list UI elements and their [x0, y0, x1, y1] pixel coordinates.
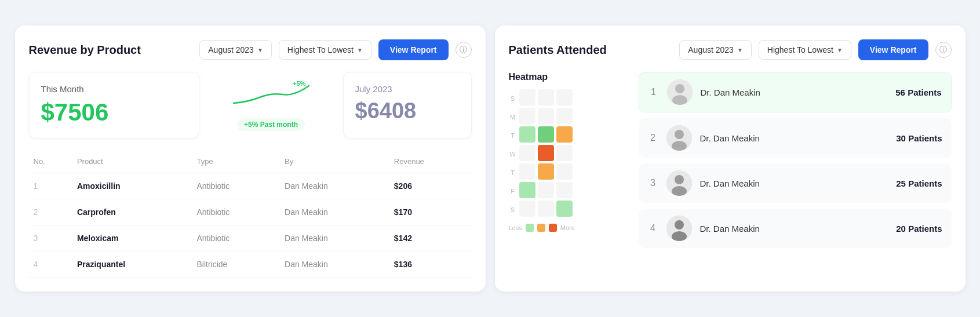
patient-name: Dr. Dan Meakin	[701, 88, 888, 97]
heatmap-cell	[556, 108, 573, 124]
avatar	[667, 79, 693, 105]
legend-red	[549, 224, 557, 232]
svg-point-4	[675, 130, 684, 139]
table-row: 2 Carprofen Antibiotic Dan Meakin $170	[29, 199, 472, 225]
current-month-value: $7506	[41, 99, 187, 126]
patient-rank: 1	[649, 87, 659, 97]
chevron-down-icon: ▼	[257, 47, 263, 53]
patients-view-report-button[interactable]: View Report	[858, 39, 928, 60]
heatmap-col-3	[556, 89, 573, 218]
revenue-value: $142	[389, 225, 472, 252]
product-type: Antibiotic	[192, 225, 280, 252]
avatar	[666, 170, 692, 196]
heatmap-cell	[519, 145, 535, 161]
heatmap-col-2	[538, 89, 554, 218]
prev-month-label: July 2023	[355, 84, 460, 94]
dashboard: Revenue by Product August 2023 ▼ Highest…	[15, 25, 966, 292]
patient-list: 1 Dr. Dan Meakin 56 Patients 2 Dr. Dan M…	[639, 72, 952, 248]
revenue-header: Revenue by Product August 2023 ▼ Highest…	[29, 39, 472, 60]
row-num: 2	[29, 199, 72, 225]
avatar	[666, 216, 692, 241]
svg-point-1	[675, 84, 684, 93]
heatmap-cell	[519, 126, 535, 143]
legend-more-label: More	[560, 224, 575, 231]
heatmap-label-w: W	[509, 146, 517, 162]
product-by: Dan Meakin	[280, 173, 389, 199]
patients-sort-filter[interactable]: Highest To Lowest ▼	[759, 40, 851, 60]
product-name: Meloxicam	[72, 225, 192, 252]
chevron-down-icon: ▼	[837, 47, 843, 53]
heatmap-title: Heatmap	[509, 72, 625, 82]
heatmap-cell	[556, 145, 573, 161]
product-name: Amoxicillin	[72, 173, 192, 199]
patients-content: Heatmap S M T W T F S	[509, 72, 952, 248]
heatmap-cell	[538, 89, 554, 105]
row-num: 3	[29, 225, 72, 252]
heatmap-label-f: F	[509, 183, 517, 199]
product-by: Dan Meakin	[280, 252, 389, 278]
heatmap-label-t2: T	[509, 165, 517, 181]
patient-item: 3 Dr. Dan Meakin 25 Patients	[639, 163, 952, 203]
product-type: Biltricide	[192, 252, 280, 278]
table-header-row: No. Product Type By Revenue	[29, 152, 472, 173]
patient-item: 4 Dr. Dan Meakin 20 Patients	[639, 209, 952, 248]
chart-area: +5% +5% Past month	[209, 72, 334, 139]
mini-chart: +5%	[231, 80, 312, 115]
revenue-title: Revenue by Product	[29, 43, 141, 57]
table-row: 1 Amoxicillin Antibiotic Dan Meakin $206	[29, 173, 472, 199]
col-header-type: Type	[192, 152, 280, 173]
heatmap-cell	[519, 108, 535, 124]
heatmap-cell	[538, 182, 554, 198]
heatmap-cell	[538, 201, 554, 217]
patient-rank: 2	[648, 133, 658, 143]
patient-count: 56 Patients	[895, 88, 941, 97]
patient-item: 2 Dr. Dan Meakin 30 Patients	[639, 118, 952, 158]
table-row: 4 Praziquantel Biltricide Dan Meakin $13…	[29, 252, 472, 278]
legend-less-label: Less	[509, 224, 522, 231]
prev-month-value: $6408	[355, 99, 460, 123]
legend-light-green	[526, 224, 534, 232]
heatmap-grid: S M T W T F S	[509, 89, 625, 218]
heatmap-label-t1: T	[509, 127, 517, 144]
revenue-view-report-button[interactable]: View Report	[378, 39, 449, 60]
heatmap-cell	[538, 108, 554, 124]
heatmap-col-1	[519, 89, 535, 218]
patient-count: 20 Patients	[896, 224, 942, 234]
prev-month-card: July 2023 $6408	[343, 72, 472, 139]
patient-count: 30 Patients	[896, 133, 942, 143]
patient-count: 25 Patients	[896, 178, 942, 188]
patients-info-icon[interactable]: ⓘ	[935, 42, 952, 58]
heatmap-label-m: M	[509, 109, 517, 125]
svg-point-7	[675, 175, 684, 184]
patient-name: Dr. Dan Meakin	[700, 178, 888, 188]
pct-badge: +5%	[293, 80, 305, 87]
patients-panel: Patients Attended August 2023 ▼ Highest …	[495, 25, 966, 292]
heatmap-cell	[556, 201, 573, 217]
revenue-value: $136	[389, 252, 472, 278]
col-header-product: Product	[72, 152, 192, 173]
col-header-no: No.	[29, 152, 72, 173]
heatmap-cell	[519, 89, 535, 105]
revenue-value: $170	[389, 199, 472, 225]
revenue-sort-filter[interactable]: Highest To Lowest ▼	[279, 40, 371, 60]
revenue-date-filter[interactable]: August 2023 ▼	[199, 40, 272, 60]
product-by: Dan Meakin	[280, 199, 389, 225]
heatmap-cell	[538, 126, 554, 143]
patients-date-filter[interactable]: August 2023 ▼	[679, 40, 752, 60]
patients-title: Patients Attended	[509, 43, 607, 57]
product-by: Dan Meakin	[280, 225, 389, 252]
revenue-table: No. Product Type By Revenue 1 Amoxicilli…	[29, 152, 472, 278]
heatmap-cell	[556, 126, 573, 143]
patient-name: Dr. Dan Meakin	[700, 133, 888, 143]
revenue-info-icon[interactable]: ⓘ	[456, 42, 472, 58]
revenue-value: $206	[389, 173, 472, 199]
heatmap-cell	[556, 182, 573, 198]
product-name: Praziquantel	[72, 252, 192, 278]
row-num: 1	[29, 173, 72, 199]
patient-name: Dr. Dan Meakin	[700, 224, 888, 234]
heatmap-cell	[538, 145, 554, 161]
heatmap-section: Heatmap S M T W T F S	[509, 72, 625, 248]
revenue-panel: Revenue by Product August 2023 ▼ Highest…	[15, 25, 486, 292]
heatmap-cell	[556, 163, 573, 180]
heatmap-day-labels: S M T W T F S	[509, 89, 517, 218]
